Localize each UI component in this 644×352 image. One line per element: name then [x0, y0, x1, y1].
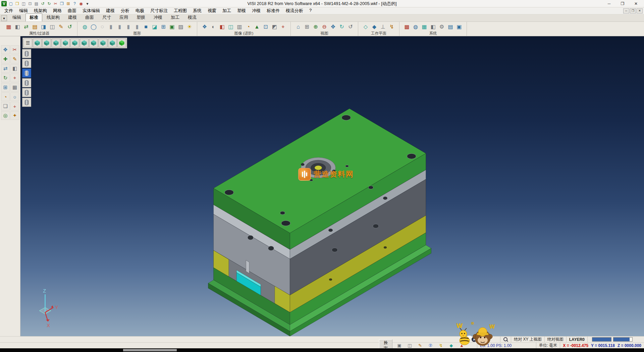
copy-icon[interactable]: ❐: [59, 1, 65, 6]
grid-tool-icon[interactable]: ⊞: [1, 83, 10, 92]
tab[interactable]: 应用: [115, 13, 132, 21]
tab[interactable]: 线架构: [43, 13, 64, 21]
selection-filter-icon[interactable]: ⇄: [22, 23, 30, 31]
menu-item[interactable]: 尺寸标注: [147, 8, 171, 14]
menu-item[interactable]: 实体编辑: [79, 8, 103, 14]
search-icon[interactable]: [503, 337, 508, 342]
solid-display-icon[interactable]: ■: [142, 23, 150, 31]
save-all-icon[interactable]: ⊡: [27, 1, 33, 6]
advanced-shading-icon[interactable]: ❖: [201, 23, 209, 31]
tab[interactable]: 尺寸: [98, 13, 115, 21]
toolbar-options-icon[interactable]: ▾: [85, 1, 90, 6]
cylinder-filter-4-icon[interactable]: ▮: [133, 23, 141, 31]
mdi-close-button[interactable]: ✕: [637, 8, 643, 13]
zoom-window-icon[interactable]: ⊞: [303, 23, 311, 31]
filter-surfaces-button[interactable]: [22, 78, 31, 87]
close-button[interactable]: ✕: [629, 0, 643, 7]
mdi-restore-button[interactable]: ❐: [630, 8, 636, 13]
filter-wires-button[interactable]: [22, 88, 31, 97]
pin-icon[interactable]: ◉: [78, 1, 84, 6]
workplane-icon[interactable]: ◇: [362, 23, 370, 31]
section-display-icon[interactable]: ◪: [151, 23, 159, 31]
new-file-icon[interactable]: ▢: [8, 1, 14, 6]
circle-tool-icon[interactable]: ○: [10, 92, 19, 101]
status-camera-icon[interactable]: ◫: [406, 343, 413, 348]
maximize-button[interactable]: ❐: [616, 0, 629, 7]
tab[interactable]: 标准: [25, 13, 42, 21]
menu-item[interactable]: 视窗: [205, 8, 219, 14]
menu-item[interactable]: 建模: [103, 8, 118, 14]
menu-item[interactable]: 线架构: [31, 8, 50, 14]
table-icon[interactable]: ▦: [420, 23, 428, 31]
filter-mask-icon[interactable]: ◧: [13, 23, 21, 31]
calculator-icon[interactable]: ▤: [446, 23, 454, 31]
paste-icon[interactable]: ⊞: [65, 1, 71, 6]
mold-model[interactable]: [208, 108, 431, 336]
settings-icon[interactable]: ⚙: [438, 23, 446, 31]
snap-tool-icon[interactable]: ⌖: [10, 74, 19, 82]
menu-item[interactable]: 电极: [132, 8, 147, 14]
status-help-icon[interactable]: ②: [427, 343, 434, 348]
workplane-reset-icon[interactable]: ↯: [388, 23, 396, 31]
help-icon[interactable]: ?: [72, 1, 77, 6]
transparency-icon[interactable]: ◐: [209, 23, 217, 31]
view-top-cube[interactable]: [33, 39, 42, 47]
arc-tool-icon[interactable]: ◔: [1, 92, 10, 101]
menu-item[interactable]: 文件: [1, 8, 16, 14]
view-bottom-cube[interactable]: [42, 39, 51, 47]
compare-icon[interactable]: ◫: [227, 23, 235, 31]
view-mode-label[interactable]: 绝对视图: [544, 337, 566, 342]
view-toolbar-menu-icon[interactable]: ☰: [23, 39, 32, 47]
filter-solids-button[interactable]: [22, 69, 31, 78]
menu-item[interactable]: 曲面: [65, 8, 79, 14]
view-iso-nw-cube[interactable]: [108, 39, 117, 47]
mesh-tool-icon[interactable]: ▦: [10, 83, 19, 92]
sketch-tool-icon[interactable]: ✎: [10, 55, 19, 63]
filter-all-button[interactable]: [22, 49, 31, 58]
render-icon[interactable]: ▣: [168, 23, 176, 31]
zebra-analysis-icon[interactable]: ▥: [235, 23, 244, 31]
layer-filter-icon[interactable]: ▤: [31, 23, 39, 31]
reset-filter-icon[interactable]: ↺: [66, 23, 74, 31]
tab[interactable]: 曲面: [81, 13, 98, 21]
pan-icon[interactable]: ✥: [329, 23, 337, 31]
curvature-analysis-icon[interactable]: ◔: [244, 23, 252, 31]
status-solid-icon[interactable]: ◆: [447, 343, 455, 348]
print-icon[interactable]: ▤: [34, 1, 39, 6]
tab[interactable]: 模流: [184, 13, 201, 21]
point-tool-icon[interactable]: ✚: [1, 55, 10, 63]
trim-tool-icon[interactable]: ✂: [10, 45, 19, 54]
star-tool-icon[interactable]: ✦: [10, 111, 19, 120]
draft-check-icon[interactable]: ▲: [253, 23, 261, 31]
view-left-cube[interactable]: [70, 39, 79, 47]
status-flash-icon[interactable]: ↯: [437, 343, 444, 348]
hidden-line-icon[interactable]: ◌: [98, 23, 106, 31]
grid-display-icon[interactable]: ⊞: [159, 23, 167, 31]
active-view-label[interactable]: 绝对 XY 上视图: [511, 337, 544, 342]
cut-icon[interactable]: ✂: [53, 1, 58, 6]
redo-icon[interactable]: ↻: [46, 1, 52, 6]
tab[interactable]: 塑膜: [132, 13, 149, 21]
zoom-in-icon[interactable]: ⊕: [312, 23, 320, 31]
view-back-cube[interactable]: [61, 39, 70, 47]
target-tool-icon[interactable]: ◎: [1, 111, 10, 120]
texture-icon[interactable]: ▨: [177, 23, 185, 31]
tab-dropdown-button[interactable]: ▾: [1, 15, 7, 21]
rotate-view-icon[interactable]: ↻: [338, 23, 346, 31]
crosshair-tool-icon[interactable]: +: [10, 102, 19, 111]
active-layer-label[interactable]: LAYER0: [566, 337, 587, 342]
color-filter-icon[interactable]: ◨: [40, 23, 48, 31]
filter-points-button[interactable]: [22, 59, 31, 68]
minimize-button[interactable]: ─: [602, 0, 616, 7]
window-layout-icon[interactable]: ◧: [429, 23, 437, 31]
menu-item[interactable]: 工程图: [171, 8, 190, 14]
menu-item[interactable]: 系统: [190, 8, 205, 14]
tab[interactable]: 编辑: [8, 13, 25, 21]
select-tool-icon[interactable]: ✥: [1, 45, 10, 54]
3d-viewport[interactable]: Z Y X ☰: [20, 36, 644, 336]
palette-icon[interactable]: ▩: [403, 23, 411, 31]
workplane-align-icon[interactable]: ⊥: [379, 23, 387, 31]
tab[interactable]: 建模: [64, 13, 81, 21]
tab[interactable]: 加工: [167, 13, 183, 21]
mirror-tool-icon[interactable]: ◧: [10, 64, 19, 73]
